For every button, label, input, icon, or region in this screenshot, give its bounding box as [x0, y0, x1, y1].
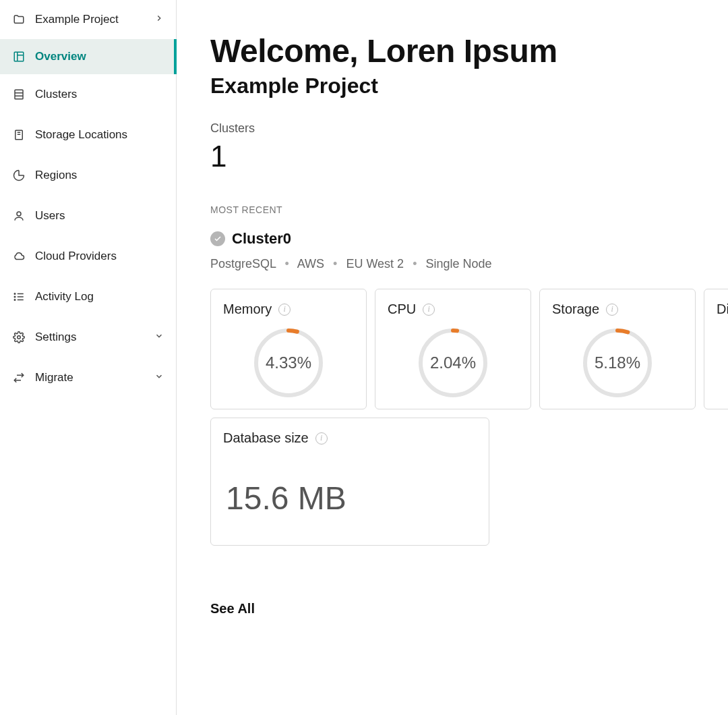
svg-point-12: [14, 299, 16, 301]
chevron-down-icon: [154, 371, 164, 384]
card-memory[interactable]: Memory i 4.33%: [210, 289, 367, 409]
sidebar-item-overview[interactable]: Overview: [0, 39, 177, 74]
sidebar-item-activity-log[interactable]: Activity Log: [0, 277, 176, 317]
info-icon[interactable]: i: [315, 432, 328, 445]
card-title: CPU: [388, 302, 416, 317]
chevron-down-icon: [154, 331, 164, 344]
svg-point-10: [14, 293, 16, 295]
sidebar-item-label: Overview: [35, 50, 162, 63]
svg-point-9: [17, 212, 21, 216]
cloud-icon: [12, 250, 26, 263]
memory-gauge: 4.33%: [252, 326, 325, 399]
dashboard-icon: [12, 50, 26, 63]
svg-point-16: [18, 336, 21, 339]
sidebar-project-selector[interactable]: Example Project: [0, 4, 176, 35]
cluster-meta: PostgreSQL • AWS • EU West 2 • Single No…: [210, 257, 728, 271]
chevron-right-icon: [154, 13, 164, 26]
project-name-heading: Example Project: [210, 74, 728, 98]
metric-cards-row: Memory i 4.33% CPU i: [210, 289, 728, 409]
card-database-size[interactable]: Database size i 15.6 MB: [210, 418, 489, 546]
sidebar-item-label: Migrate: [35, 371, 145, 384]
svg-rect-0: [14, 52, 24, 61]
separator-dot: •: [407, 257, 422, 270]
sidebar-item-label: Cloud Providers: [35, 250, 164, 263]
card-title: Memory: [223, 302, 272, 317]
separator-dot: •: [328, 257, 342, 270]
svg-rect-3: [15, 90, 23, 99]
sidebar-item-users[interactable]: Users: [0, 196, 176, 236]
sidebar-item-label: Storage Locations: [35, 128, 164, 142]
most-recent-heading: Most Recent: [210, 204, 728, 215]
separator-dot: •: [279, 257, 294, 270]
gear-icon: [12, 331, 26, 344]
cpu-gauge: 2.04%: [417, 326, 489, 399]
cluster-meta-region: EU West 2: [346, 257, 404, 270]
card-disk[interactable]: Disk: [704, 289, 728, 409]
regions-icon: [12, 169, 26, 182]
cluster-name: Cluster0: [232, 230, 291, 248]
sidebar-item-migrate[interactable]: Migrate: [0, 358, 176, 398]
info-icon[interactable]: i: [606, 304, 618, 316]
info-icon[interactable]: i: [278, 304, 291, 316]
cluster-header[interactable]: Cluster0: [210, 230, 728, 248]
card-storage[interactable]: Storage i 5.18%: [539, 289, 696, 409]
card-cpu[interactable]: CPU i 2.04%: [375, 289, 531, 409]
sidebar-item-label: Users: [35, 209, 164, 223]
sidebar-item-label: Regions: [35, 169, 164, 182]
status-check-icon: [210, 231, 225, 246]
card-title: Disk: [717, 302, 728, 317]
sidebar-item-label: Activity Log: [35, 290, 164, 304]
see-all-link[interactable]: See All: [210, 601, 255, 617]
sidebar-item-storage-locations[interactable]: Storage Locations: [0, 115, 176, 155]
storage-icon: [12, 128, 26, 142]
users-icon: [12, 209, 26, 223]
sidebar-item-regions[interactable]: Regions: [0, 155, 176, 196]
sidebar-item-label: Settings: [35, 331, 145, 344]
activity-log-icon: [12, 290, 26, 304]
card-title: Database size: [223, 430, 309, 446]
clusters-icon: [12, 88, 26, 101]
database-size-value: 15.6 MB: [223, 455, 477, 536]
main-content: Welcome, Loren Ipsum Example Project Clu…: [177, 0, 728, 715]
memory-gauge-value: 4.33%: [252, 326, 325, 399]
sidebar-item-cloud-providers[interactable]: Cloud Providers: [0, 236, 176, 277]
folder-icon: [12, 13, 26, 26]
welcome-heading: Welcome, Loren Ipsum: [210, 32, 728, 69]
sidebar: Example Project Overview Clusters Storag…: [0, 0, 177, 715]
storage-gauge: 5.18%: [581, 326, 654, 399]
migrate-icon: [12, 371, 26, 384]
cpu-gauge-value: 2.04%: [417, 326, 489, 399]
card-title: Storage: [552, 302, 599, 317]
clusters-stat-value: 1: [210, 140, 728, 173]
sidebar-project-label: Example Project: [35, 13, 145, 26]
info-icon[interactable]: i: [423, 304, 435, 316]
sidebar-item-clusters[interactable]: Clusters: [0, 74, 176, 115]
cluster-meta-engine: PostgreSQL: [210, 257, 276, 270]
svg-point-11: [14, 296, 16, 297]
cluster-meta-provider: AWS: [297, 257, 324, 270]
sidebar-item-label: Clusters: [35, 88, 164, 101]
metric-cards-row-2: Database size i 15.6 MB: [210, 418, 728, 546]
cluster-meta-topology: Single Node: [425, 257, 491, 270]
storage-gauge-value: 5.18%: [581, 326, 654, 399]
clusters-stat-label: Clusters: [210, 121, 728, 136]
sidebar-item-settings[interactable]: Settings: [0, 317, 176, 358]
